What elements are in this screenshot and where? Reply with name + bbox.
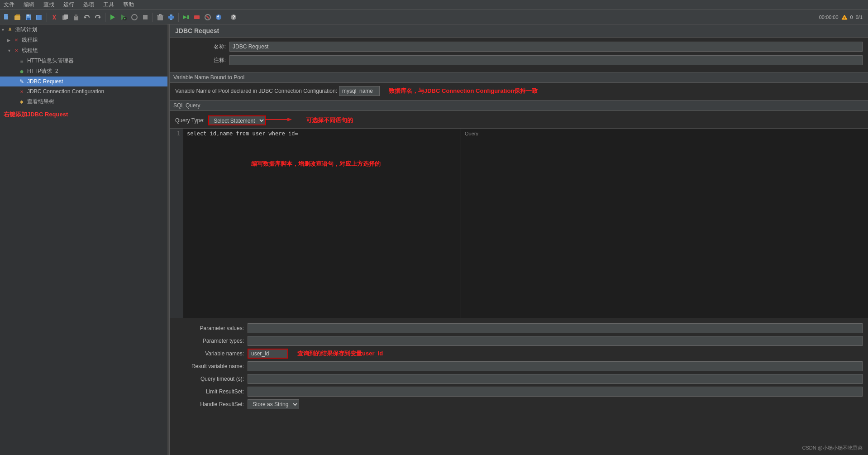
query-type-select[interactable]: Select Statement [208, 115, 266, 125]
result-var-input[interactable] [248, 361, 863, 371]
query-label: Query: [465, 131, 480, 136]
comment-input[interactable] [229, 55, 863, 65]
pool-row: Variable Name of Pool declared in JDBC C… [170, 85, 868, 97]
sql-editor-input[interactable]: select id,name from user where id= [183, 129, 461, 318]
save-all-button[interactable] [34, 12, 44, 22]
jdbc-config-icon: ✕ [18, 88, 25, 95]
svg-marker-37 [287, 118, 292, 121]
sidebar-item-http-header[interactable]: ≡ HTTP信息头管理器 [0, 56, 169, 66]
paste-button[interactable] [71, 12, 81, 22]
param-types-row: Parameter types: [175, 335, 863, 346]
sidebar: ▼ A 测试计划 ▶ ✕ 线程组 ▼ ✕ 线程组 ≡ HTTP信息头管理器 ● … [0, 24, 170, 455]
query-type-label: Query Type: [175, 117, 205, 124]
param-values-input[interactable] [248, 323, 863, 333]
sidebar-item-testplan[interactable]: ▼ A 测试计划 [0, 24, 169, 35]
limit-resultset-input[interactable] [248, 387, 863, 397]
sidebar-item-threadgroup1[interactable]: ▶ ✕ 线程组 [0, 35, 169, 45]
svg-point-21 [132, 14, 137, 20]
expand-arrow-2: ▼ [7, 48, 13, 53]
remote-stop-button[interactable] [192, 12, 202, 22]
svg-rect-27 [187, 15, 189, 19]
menu-find[interactable]: 查找 [42, 0, 56, 10]
sql-query-panel: Query: [461, 129, 868, 318]
name-input[interactable] [229, 42, 863, 52]
run-button[interactable] [108, 12, 118, 22]
settings-button[interactable] [166, 12, 176, 22]
toolbar-sep-5 [226, 13, 226, 22]
save-button[interactable] [24, 12, 33, 22]
sql-annotation-text: 编写数据库脚本，增删改查语句，对应上方选择的 [251, 160, 381, 168]
sql-query-result[interactable] [465, 137, 864, 304]
jdbc-request-label: JDBC Request [27, 78, 63, 85]
pool-name-input[interactable] [339, 86, 380, 96]
panel-title: JDBC Request [170, 24, 868, 38]
sidebar-annotation-add: 右键添加JDBC Request [4, 110, 166, 119]
result-tree-icon: ◆ [18, 98, 25, 105]
menu-options[interactable]: 选项 [81, 0, 96, 10]
redo-button[interactable] [93, 12, 103, 22]
sidebar-item-jdbc-request[interactable]: ✎ JDBC Request [0, 77, 169, 86]
sidebar-item-http-request[interactable]: ● HTTP请求_2 [0, 66, 169, 77]
http-header-label: HTTP信息头管理器 [27, 57, 74, 65]
testplan-icon: A [6, 26, 14, 34]
csdn-watermark: CSDN @小杨小杨不吃香菜 [802, 445, 863, 451]
svg-text:?: ? [232, 14, 235, 20]
undo-button[interactable] [82, 12, 92, 22]
menu-tools[interactable]: 工具 [101, 0, 116, 10]
query-timeout-input[interactable] [248, 374, 863, 384]
sql-section-header: SQL Query [170, 100, 868, 111]
cut-button[interactable] [49, 12, 59, 22]
line-numbers: 1 [170, 129, 183, 318]
bottom-form: Parameter values: Parameter types: Varia… [170, 321, 868, 413]
remote-start-button[interactable] [181, 12, 191, 22]
handle-result-label: Handle ResultSet: [175, 401, 248, 407]
run-nodebug-button[interactable] [119, 12, 129, 22]
param-types-input[interactable] [248, 336, 863, 346]
menu-edit[interactable]: 编辑 [22, 0, 36, 10]
handle-result-select[interactable]: Store as String [248, 399, 299, 409]
menu-run[interactable]: 运行 [62, 0, 76, 10]
svg-marker-15 [85, 16, 86, 19]
svg-rect-12 [64, 14, 68, 19]
timer-display: 00:00:00 [819, 14, 839, 20]
clear-all-button[interactable] [155, 12, 165, 22]
svg-rect-23 [157, 16, 163, 20]
function-helper-button[interactable]: f [214, 12, 224, 22]
svg-marker-3 [14, 14, 20, 16]
menu-bar: 文件 编辑 查找 运行 选项 工具 帮助 [0, 0, 868, 10]
svg-marker-16 [98, 16, 100, 19]
var-names-input[interactable] [248, 349, 288, 359]
svg-rect-14 [75, 14, 77, 17]
svg-rect-8 [37, 15, 42, 20]
pool-declared-label: Variable Name of Pool declared in JDBC C… [175, 88, 337, 94]
menu-file[interactable]: 文件 [2, 0, 16, 10]
param-values-row: Parameter values: [175, 323, 863, 334]
sql-left-panel: 1 select id,name from user where id= [170, 129, 461, 318]
menu-help[interactable]: 帮助 [121, 0, 136, 10]
limit-resultset-label: Limit ResultSet: [175, 388, 248, 395]
threadgroup-icon-2: ✕ [13, 47, 20, 54]
remote-clear-button[interactable] [203, 12, 213, 22]
testplan-label: 测试计划 [15, 26, 37, 34]
threadgroup-icon-1: ✕ [13, 37, 20, 44]
svg-rect-5 [27, 18, 30, 20]
comment-row: 注释: [175, 55, 863, 66]
sidebar-item-result-tree[interactable]: ◆ 查看结果树 [0, 96, 169, 107]
toolbar-sep-1 [47, 13, 47, 22]
stop-button[interactable] [129, 12, 139, 22]
help-button[interactable]: ? [229, 12, 238, 22]
sidebar-item-jdbc-config[interactable]: ✕ JDBC Connection Configuration [0, 86, 169, 96]
comment-label: 注释: [175, 57, 229, 64]
expand-arrow: ▼ [1, 28, 6, 32]
sidebar-item-threadgroup2[interactable]: ▼ ✕ 线程组 [0, 45, 169, 56]
sidebar-resizer[interactable]: ⋮ [167, 24, 169, 455]
query-type-annotation: 可选择不同语句的 [306, 116, 353, 125]
toolbar: f ? 00:00:00 ! 0 0/1 [0, 10, 868, 24]
new-button[interactable] [2, 12, 12, 22]
stop-all-button[interactable] [140, 12, 150, 22]
svg-rect-28 [194, 15, 200, 19]
copy-button[interactable] [60, 12, 70, 22]
open-button[interactable] [13, 12, 23, 22]
svg-marker-26 [183, 15, 187, 19]
svg-line-30 [206, 16, 209, 19]
